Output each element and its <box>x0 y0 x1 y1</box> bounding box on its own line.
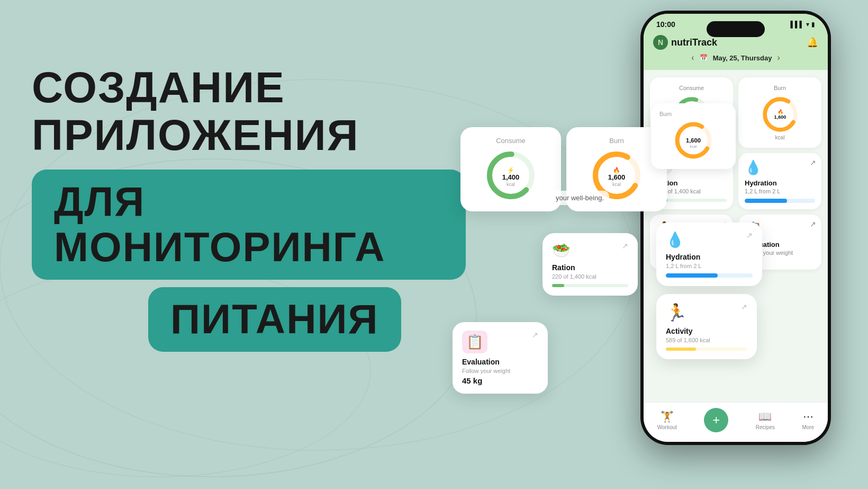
bell-icon[interactable]: 🔔 <box>807 37 818 48</box>
consume-label: Consume <box>472 137 549 145</box>
more-icon: ⋯ <box>803 410 813 423</box>
hydration-mini-icon: 💧 <box>745 159 815 176</box>
evaluation-arrow-icon: ↗ <box>532 331 538 339</box>
nav-recipes[interactable]: 📖 Recipes <box>756 410 775 430</box>
activity-sub: 589 of 1,600 kcal <box>666 337 747 343</box>
consume-card-label: Consume <box>679 85 704 91</box>
evaluation-value: 45 kg <box>462 376 538 385</box>
ration-sub: 220 of 1,400 kcal <box>552 273 628 280</box>
burn-small-label: Burn <box>659 111 727 117</box>
badge2: ПИТАНИЯ <box>148 287 401 352</box>
activity-progress-fill <box>666 348 696 351</box>
ration-arrow-icon: ↗ <box>622 242 628 250</box>
status-time: 10:00 <box>656 20 675 29</box>
left-content: СОЗДАНИЕ ПРИЛОЖЕНИЯ ДЛЯ МОНИТОРИНГА ПИТА… <box>32 64 466 352</box>
bottom-nav: 🏋️ Workout + 📖 Recipes ⋯ More <box>644 402 828 442</box>
floating-consume-card: Consume ⚡ 1,400 kcal <box>460 127 561 211</box>
svg-text:kcal: kcal <box>690 144 697 149</box>
svg-text:🔥: 🔥 <box>613 166 620 174</box>
floating-hydration-card: 💧 ↗ Hydration 1,2 L from 2 L <box>656 223 762 286</box>
svg-text:1,600: 1,600 <box>774 114 786 120</box>
signal-icon: ▌▌▌ <box>790 21 804 28</box>
hydration-title: Hydration <box>666 253 753 261</box>
badge1: ДЛЯ МОНИТОРИНГА <box>32 170 466 280</box>
burn-card-label: Burn <box>774 85 786 91</box>
hydration-mini-arrow-icon: ↗ <box>810 158 816 167</box>
evaluation-mini-arrow-icon: ↗ <box>810 220 816 228</box>
evaluation-icon: 📋 <box>462 331 487 353</box>
hydration-progress-fill <box>666 273 718 278</box>
floating-evaluation-card: 📋 ↗ Evaluation Follow your weight 45 kg <box>453 322 548 394</box>
activity-title: Activity <box>666 327 747 335</box>
next-date-button[interactable]: › <box>777 53 780 63</box>
main-title-line1: СОЗДАНИЕ ПРИЛОЖЕНИЯ <box>32 64 466 159</box>
svg-text:1,600: 1,600 <box>686 137 701 144</box>
evaluation-sub: Follow your weight <box>462 368 538 374</box>
recipes-label: Recipes <box>756 424 775 430</box>
floating-ration-card: 🥗 ↗ Ration 220 of 1,400 kcal <box>542 233 638 296</box>
activity-icon: 🏃 <box>666 303 687 323</box>
hydration-icon: 💧 <box>666 231 684 248</box>
ration-progress-bg <box>552 284 628 287</box>
date-row: ‹ 📅 May, 25, Thursday › <box>653 53 818 63</box>
hydration-mini-progress-bg <box>745 199 815 203</box>
hydration-sub: 1,2 L from 2 L <box>666 263 753 269</box>
svg-text:1,400: 1,400 <box>502 173 520 181</box>
evaluation-title: Evaluation <box>462 358 538 366</box>
app-logo: N nutriTrack <box>653 35 717 50</box>
activity-progress-bg <box>666 348 747 351</box>
nav-plus-button[interactable]: + <box>704 408 728 432</box>
activity-arrow-icon: ↗ <box>741 303 747 311</box>
logo-icon: N <box>653 35 668 50</box>
svg-text:kcal: kcal <box>612 182 621 187</box>
workout-icon: 🏋️ <box>661 410 674 423</box>
badge2-text: ПИТАНИЯ <box>170 297 379 342</box>
burn-label: Burn <box>578 137 655 145</box>
app-name: nutriTrack <box>671 37 717 48</box>
hydration-mini-progress-fill <box>745 199 787 203</box>
ration-icon: 🥗 <box>552 242 571 259</box>
current-date: May, 25, Thursday <box>713 54 772 62</box>
more-label: More <box>802 424 814 430</box>
battery-icon: ▮ <box>811 21 815 28</box>
wifi-icon: ▾ <box>806 21 809 28</box>
hydration-mini-sub: 1,2 L from 2 L <box>745 188 815 194</box>
ration-title: Ration <box>552 263 628 272</box>
floating-activity-card: 🏃 ↗ Activity 589 of 1,600 kcal <box>656 294 757 359</box>
burn-card: Burn 🔥 1,600 kcal <box>738 77 821 148</box>
status-icons: ▌▌▌ ▾ ▮ <box>790 21 815 28</box>
prev-date-button[interactable]: ‹ <box>691 53 694 63</box>
hydration-mini-card[interactable]: ↗ 💧 Hydration 1,2 L from 2 L <box>738 153 821 209</box>
badge1-text: ДЛЯ МОНИТОРИНГА <box>54 179 444 270</box>
wellbeing-text: your well-being. <box>550 191 609 205</box>
burn-unit: kcal <box>775 135 785 140</box>
floating-burn-small-card: Burn 1,600 kcal <box>651 103 736 169</box>
svg-text:1,600: 1,600 <box>608 173 626 181</box>
hydration-arrow-icon: ↗ <box>746 231 753 239</box>
svg-text:⚡: ⚡ <box>507 166 514 174</box>
nav-workout[interactable]: 🏋️ Workout <box>657 410 677 430</box>
hydration-mini-title: Hydration <box>745 179 815 187</box>
nav-more[interactable]: ⋯ More <box>802 410 814 430</box>
dynamic-island <box>707 21 765 37</box>
recipes-icon: 📖 <box>758 410 772 423</box>
workout-label: Workout <box>657 424 677 430</box>
hydration-progress-bg <box>666 273 753 278</box>
svg-text:kcal: kcal <box>507 182 515 187</box>
ration-progress-fill <box>552 284 564 287</box>
